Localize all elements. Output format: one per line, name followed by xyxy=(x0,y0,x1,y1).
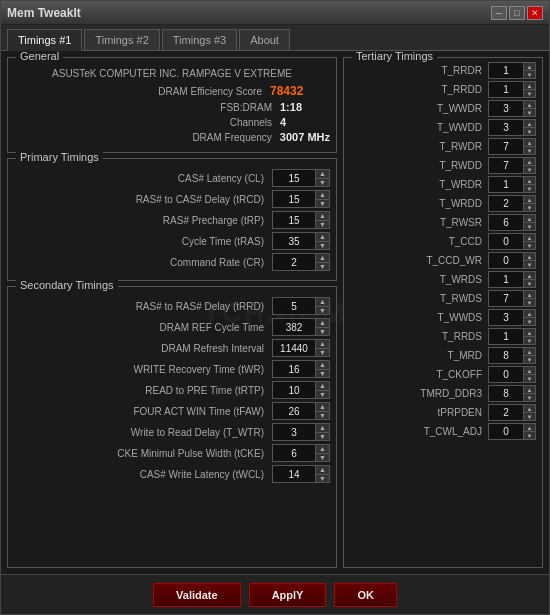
tert-spin-6[interactable]: ▲▼ xyxy=(488,176,536,193)
tert-spin-8[interactable]: ▲▼ xyxy=(488,214,536,231)
sec-spin-6[interactable]: ▲▼ xyxy=(272,423,330,441)
tert-spin-0[interactable]: ▲▼ xyxy=(488,62,536,79)
efficiency-value: 78432 xyxy=(270,84,330,98)
sec-label-7: CKE Minimul Pulse Width (tCKE) xyxy=(14,448,272,459)
primary-spin-0[interactable]: ▲▼ xyxy=(272,169,330,187)
sec-input-5[interactable] xyxy=(272,402,316,420)
sec-spin-2[interactable]: ▲▼ xyxy=(272,339,330,357)
tert-label-4: T_RWDR xyxy=(350,141,488,152)
tab-timings1[interactable]: Timings #1 xyxy=(7,29,82,51)
spin-down-0[interactable]: ▼ xyxy=(316,179,329,187)
primary-label-3: Cycle Time (tRAS) xyxy=(14,236,272,247)
tert-spin-3[interactable]: ▲▼ xyxy=(488,119,536,136)
tert-spin-5[interactable]: ▲▼ xyxy=(488,157,536,174)
sec-spin-4[interactable]: ▲▼ xyxy=(272,381,330,399)
tab-timings3[interactable]: Timings #3 xyxy=(162,29,237,50)
sec-input-6[interactable] xyxy=(272,423,316,441)
tert-spin-16[interactable]: ▲▼ xyxy=(488,366,536,383)
window-title: Mem TweakIt xyxy=(7,6,81,20)
tab-about[interactable]: About xyxy=(239,29,290,50)
primary-spin-1[interactable]: ▲▼ xyxy=(272,190,330,208)
tert-row-2: T_WWDR ▲▼ xyxy=(350,100,536,117)
spin-up-1[interactable]: ▲ xyxy=(316,191,329,200)
bottom-bar: Validate ApplY OK xyxy=(1,574,549,614)
primary-input-2[interactable] xyxy=(272,211,316,229)
spin-down-3[interactable]: ▼ xyxy=(316,242,329,250)
tert-label-17: TMRD_DDR3 xyxy=(350,388,488,399)
tert-spin-1[interactable]: ▲▼ xyxy=(488,81,536,98)
spin-down-1[interactable]: ▼ xyxy=(316,200,329,208)
spin-up-2[interactable]: ▲ xyxy=(316,212,329,221)
tert-spin-15[interactable]: ▲▼ xyxy=(488,347,536,364)
sec-row-2: DRAM Refresh Interval ▲▼ xyxy=(14,339,330,357)
fsb-label: FSB:DRAM xyxy=(14,102,280,113)
primary-input-1[interactable] xyxy=(272,190,316,208)
tert-spin-10[interactable]: ▲▼ xyxy=(488,252,536,269)
tert-row-3: T_WWDD ▲▼ xyxy=(350,119,536,136)
tert-spin-13[interactable]: ▲▼ xyxy=(488,309,536,326)
primary-input-4[interactable] xyxy=(272,253,316,271)
primary-spin-2[interactable]: ▲▼ xyxy=(272,211,330,229)
tert-label-15: T_MRD xyxy=(350,350,488,361)
tert-spin-19[interactable]: ▲▼ xyxy=(488,423,536,440)
window-controls: ─ □ ✕ xyxy=(491,6,543,20)
spin-up-0[interactable]: ▲ xyxy=(316,170,329,179)
sec-label-6: Write to Read Delay (T_WTR) xyxy=(14,427,272,438)
primary-row-1: RAS# to CAS# Delay (tRCD) ▲▼ xyxy=(14,190,330,208)
sec-spin-3[interactable]: ▲▼ xyxy=(272,360,330,378)
tert-spin-2[interactable]: ▲▼ xyxy=(488,100,536,117)
left-panel: General ASUSTeK COMPUTER INC. RAMPAGE V … xyxy=(7,57,337,568)
sec-input-1[interactable] xyxy=(272,318,316,336)
tert-spin-4[interactable]: ▲▼ xyxy=(488,138,536,155)
close-button[interactable]: ✕ xyxy=(527,6,543,20)
sec-input-8[interactable] xyxy=(272,465,316,483)
primary-spin-4[interactable]: ▲▼ xyxy=(272,253,330,271)
tert-row-4: T_RWDR ▲▼ xyxy=(350,138,536,155)
tert-spin-9[interactable]: ▲▼ xyxy=(488,233,536,250)
maximize-button[interactable]: □ xyxy=(509,6,525,20)
spin-up-4[interactable]: ▲ xyxy=(316,254,329,263)
sec-spin-1[interactable]: ▲▼ xyxy=(272,318,330,336)
tert-row-12: T_RWDS ▲▼ xyxy=(350,290,536,307)
minimize-button[interactable]: ─ xyxy=(491,6,507,20)
sec-label-5: FOUR ACT WIN Time (tFAW) xyxy=(14,406,272,417)
sec-row-3: WRITE Recovery Time (tWR) ▲▼ xyxy=(14,360,330,378)
spin-down-2[interactable]: ▼ xyxy=(316,221,329,229)
sec-input-4[interactable] xyxy=(272,381,316,399)
spin-up-3[interactable]: ▲ xyxy=(316,233,329,242)
validate-button[interactable]: Validate xyxy=(153,583,241,607)
fsb-row: FSB:DRAM 1:18 xyxy=(14,101,330,113)
ok-button[interactable]: OK xyxy=(334,583,397,607)
tert-row-17: TMRD_DDR3 ▲▼ xyxy=(350,385,536,402)
tert-row-8: T_RWSR ▲▼ xyxy=(350,214,536,231)
tert-spin-17[interactable]: ▲▼ xyxy=(488,385,536,402)
primary-spin-3[interactable]: ▲▼ xyxy=(272,232,330,250)
sec-spin-8[interactable]: ▲▼ xyxy=(272,465,330,483)
primary-input-0[interactable] xyxy=(272,169,316,187)
tert-spin-14[interactable]: ▲▼ xyxy=(488,328,536,345)
tert-label-2: T_WWDR xyxy=(350,103,488,114)
sec-input-3[interactable] xyxy=(272,360,316,378)
tert-label-5: T_RWDD xyxy=(350,160,488,171)
spin-down-4[interactable]: ▼ xyxy=(316,263,329,271)
tert-spin-12[interactable]: ▲▼ xyxy=(488,290,536,307)
tert-label-6: T_WRDR xyxy=(350,179,488,190)
sec-input-2[interactable] xyxy=(272,339,316,357)
sec-input-0[interactable] xyxy=(272,297,316,315)
tert-row-16: T_CKOFF ▲▼ xyxy=(350,366,536,383)
freq-value: 3007 MHz xyxy=(280,131,330,143)
tert-row-15: T_MRD ▲▼ xyxy=(350,347,536,364)
tert-spin-18[interactable]: ▲▼ xyxy=(488,404,536,421)
tabs-bar: Timings #1 Timings #2 Timings #3 About xyxy=(1,25,549,51)
tert-row-9: T_CCD ▲▼ xyxy=(350,233,536,250)
tert-spin-7[interactable]: ▲▼ xyxy=(488,195,536,212)
apply-button[interactable]: ApplY xyxy=(249,583,327,607)
sec-input-7[interactable] xyxy=(272,444,316,462)
sec-spin-5[interactable]: ▲▼ xyxy=(272,402,330,420)
tert-row-14: T_RRDS ▲▼ xyxy=(350,328,536,345)
sec-spin-0[interactable]: ▲▼ xyxy=(272,297,330,315)
primary-input-3[interactable] xyxy=(272,232,316,250)
tert-spin-11[interactable]: ▲▼ xyxy=(488,271,536,288)
sec-spin-7[interactable]: ▲▼ xyxy=(272,444,330,462)
tab-timings2[interactable]: Timings #2 xyxy=(84,29,159,50)
